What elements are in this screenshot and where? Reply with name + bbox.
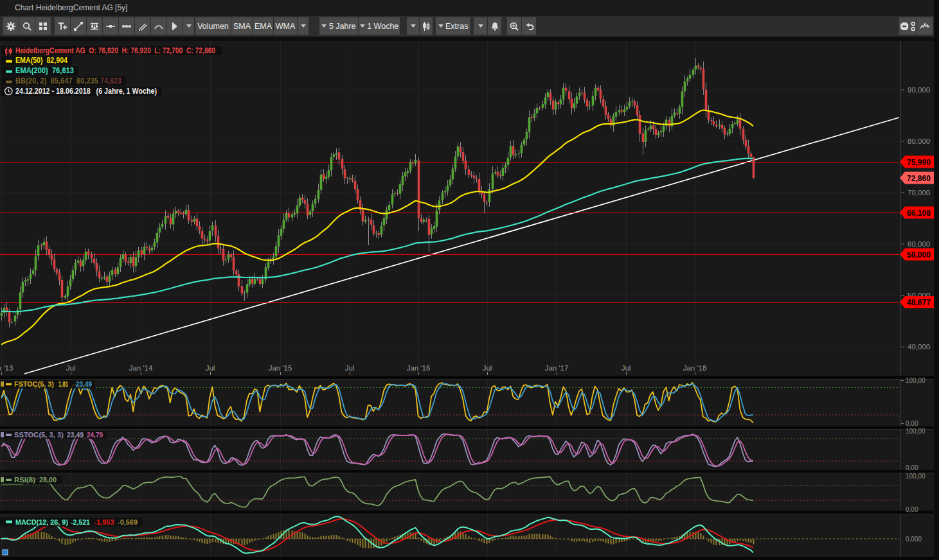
svg-text:90,000: 90,000 <box>908 86 930 94</box>
svg-text:100,00: 100,00 <box>906 377 926 384</box>
svg-text:Jul: Jul <box>66 364 76 372</box>
svg-text:60,000: 60,000 <box>908 240 930 248</box>
svg-text:28,00: 28,00 <box>39 476 57 484</box>
svg-text:24,79: 24,79 <box>87 431 103 439</box>
svg-text:-1,953: -1,953 <box>94 518 114 526</box>
svg-text:72,860: 72,860 <box>907 174 931 183</box>
svg-text:BB(20, 2) 85,647 80,235: BB(20, 2) 85,647 80,235 <box>15 76 98 85</box>
svg-text:1,81: 1,81 <box>58 380 68 388</box>
svg-text:MACD(12, 26, 9): MACD(12, 26, 9) <box>15 518 68 526</box>
svg-text:SSTOC(5, 3, 3): SSTOC(5, 3, 3) <box>14 431 64 439</box>
svg-text:HeidelbergCement AG O: 76,920: HeidelbergCement AG O: 76,920 H: 76,920 … <box>15 46 215 55</box>
svg-text:48,677: 48,677 <box>907 298 931 307</box>
svg-text:0,000: 0,000 <box>906 536 922 543</box>
svg-text:EMA(200) 76,613: EMA(200) 76,613 <box>15 66 74 75</box>
svg-text:Jan '17: Jan '17 <box>545 364 569 372</box>
svg-text:40,000: 40,000 <box>908 343 930 351</box>
svg-text:58,000: 58,000 <box>907 250 931 259</box>
svg-text:75,990: 75,990 <box>907 158 931 167</box>
svg-text:Jan '18: Jan '18 <box>683 364 707 372</box>
svg-text:24.12.2012 - 18.06.2018 (6 J: 24.12.2012 - 18.06.2018 (6 Jahre, 1 Woch… <box>15 87 157 96</box>
svg-text:23,49: 23,49 <box>67 431 84 439</box>
svg-text:Jul: Jul <box>345 364 355 372</box>
svg-text:EMA(50) 82,904: EMA(50) 82,904 <box>15 56 67 65</box>
svg-text:100,00: 100,00 <box>906 473 926 480</box>
svg-text:66,108: 66,108 <box>907 209 931 218</box>
svg-text:0,00: 0,00 <box>906 464 918 471</box>
svg-text:Jul: Jul <box>622 364 631 372</box>
svg-text:80,000: 80,000 <box>908 137 930 145</box>
svg-text:Jul: Jul <box>206 364 215 372</box>
svg-text:100,00: 100,00 <box>906 428 926 435</box>
svg-text:-2,521: -2,521 <box>71 518 91 526</box>
svg-text:Jan '14: Jan '14 <box>129 364 153 372</box>
svg-text:Jan '16: Jan '16 <box>407 364 431 372</box>
svg-text:Jul: Jul <box>483 364 492 372</box>
svg-text:FSTOC(5, 3): FSTOC(5, 3) <box>14 380 54 388</box>
svg-text:0,00: 0,00 <box>906 420 918 427</box>
svg-text:Jan '15: Jan '15 <box>269 364 292 372</box>
svg-text:70,000: 70,000 <box>908 189 930 197</box>
svg-text:23,49: 23,49 <box>76 380 92 388</box>
svg-text:74,823: 74,823 <box>100 76 121 85</box>
svg-text:0,00: 0,00 <box>906 506 918 513</box>
svg-text:-0,569: -0,569 <box>118 518 138 526</box>
svg-text:RSI(8): RSI(8) <box>14 476 35 484</box>
svg-text:Jan '13: Jan '13 <box>0 364 13 372</box>
